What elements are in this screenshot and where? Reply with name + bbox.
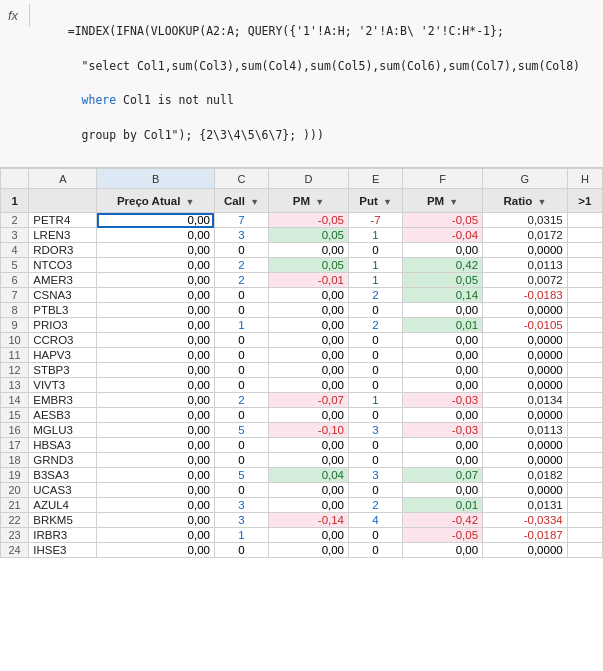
cell-put[interactable]: 2 xyxy=(349,498,403,513)
cell-put[interactable]: 0 xyxy=(349,363,403,378)
cell-pm-call[interactable]: 0,00 xyxy=(269,303,349,318)
cell-pm-put[interactable]: 0,00 xyxy=(403,408,483,423)
cell-pm-put[interactable]: -0,03 xyxy=(403,423,483,438)
cell-pm-put[interactable]: 0,14 xyxy=(403,288,483,303)
cell-pm-put[interactable]: -0,04 xyxy=(403,228,483,243)
cell-preco[interactable]: 0,00 xyxy=(97,288,215,303)
cell-call[interactable]: 2 xyxy=(214,393,268,408)
cell-preco[interactable]: 0,00 xyxy=(97,243,215,258)
cell-preco[interactable]: 0,00 xyxy=(97,453,215,468)
cell-ticker[interactable]: AZUL4 xyxy=(29,498,97,513)
cell-ratio[interactable]: 0,0000 xyxy=(483,303,568,318)
cell-pm-put[interactable]: 0,01 xyxy=(403,498,483,513)
cell-pm-put[interactable]: 0,00 xyxy=(403,378,483,393)
cell-ticker[interactable]: AMER3 xyxy=(29,273,97,288)
cell-preco[interactable]: 0,00 xyxy=(97,318,215,333)
cell-pm-put[interactable]: -0,05 xyxy=(403,213,483,228)
cell-pm-call[interactable]: -0,10 xyxy=(269,423,349,438)
cell-ratio[interactable]: 0,0113 xyxy=(483,258,568,273)
cell-ticker[interactable]: CSNA3 xyxy=(29,288,97,303)
cell-ticker[interactable]: PRIO3 xyxy=(29,318,97,333)
cell-put[interactable]: 0 xyxy=(349,333,403,348)
cell-ticker[interactable]: AESB3 xyxy=(29,408,97,423)
cell-pm-call[interactable]: 0,04 xyxy=(269,468,349,483)
cell-ratio[interactable]: 0,0000 xyxy=(483,408,568,423)
cell-ticker[interactable]: PETR4 xyxy=(29,213,97,228)
cell-pm-put[interactable]: 0,00 xyxy=(403,243,483,258)
cell-ratio[interactable]: 0,0000 xyxy=(483,333,568,348)
cell-pm-put[interactable]: 0,05 xyxy=(403,273,483,288)
cell-call[interactable]: 0 xyxy=(214,363,268,378)
cell-call[interactable]: 0 xyxy=(214,348,268,363)
cell-pm-put[interactable]: 0,00 xyxy=(403,348,483,363)
cell-gt1[interactable] xyxy=(567,303,602,318)
cell-put[interactable]: 0 xyxy=(349,543,403,558)
cell-put[interactable]: 0 xyxy=(349,303,403,318)
cell-gt1[interactable] xyxy=(567,213,602,228)
cell-gt1[interactable] xyxy=(567,483,602,498)
cell-put[interactable]: 2 xyxy=(349,288,403,303)
cell-ticker[interactable]: RDOR3 xyxy=(29,243,97,258)
cell-put[interactable]: 3 xyxy=(349,468,403,483)
cell-call[interactable]: 3 xyxy=(214,228,268,243)
cell-pm-put[interactable]: 0,00 xyxy=(403,363,483,378)
filter-f-icon[interactable]: ▼ xyxy=(449,197,458,207)
cell-gt1[interactable] xyxy=(567,318,602,333)
cell-pm-put[interactable]: 0,00 xyxy=(403,438,483,453)
cell-preco[interactable]: 0,00 xyxy=(97,393,215,408)
cell-gt1[interactable] xyxy=(567,363,602,378)
col-letter-c[interactable]: C xyxy=(214,169,268,189)
cell-gt1[interactable] xyxy=(567,453,602,468)
cell-put[interactable]: 0 xyxy=(349,378,403,393)
cell-ticker[interactable]: NTCO3 xyxy=(29,258,97,273)
cell-pm-call[interactable]: 0,00 xyxy=(269,243,349,258)
cell-call[interactable]: 0 xyxy=(214,408,268,423)
filter-b-icon[interactable]: ▼ xyxy=(186,197,195,207)
cell-pm-call[interactable]: -0,07 xyxy=(269,393,349,408)
cell-put[interactable]: 0 xyxy=(349,348,403,363)
cell-gt1[interactable] xyxy=(567,273,602,288)
cell-ticker[interactable]: PTBL3 xyxy=(29,303,97,318)
cell-ticker[interactable]: STBP3 xyxy=(29,363,97,378)
cell-ticker[interactable]: HBSA3 xyxy=(29,438,97,453)
cell-ticker[interactable]: EMBR3 xyxy=(29,393,97,408)
cell-gt1[interactable] xyxy=(567,288,602,303)
cell-pm-call[interactable]: -0,01 xyxy=(269,273,349,288)
col-letter-a[interactable]: A xyxy=(29,169,97,189)
cell-ticker[interactable]: IRBR3 xyxy=(29,528,97,543)
cell-pm-call[interactable]: 0,00 xyxy=(269,348,349,363)
cell-pm-put[interactable]: 0,00 xyxy=(403,333,483,348)
cell-gt1[interactable] xyxy=(567,468,602,483)
cell-preco[interactable]: 0,00 xyxy=(97,303,215,318)
cell-gt1[interactable] xyxy=(567,528,602,543)
cell-preco[interactable]: 0,00 xyxy=(97,348,215,363)
cell-pm-call[interactable]: 0,00 xyxy=(269,543,349,558)
cell-preco[interactable]: 0,00 xyxy=(97,513,215,528)
cell-call[interactable]: 0 xyxy=(214,378,268,393)
cell-gt1[interactable] xyxy=(567,333,602,348)
cell-preco[interactable]: 0,00 xyxy=(97,468,215,483)
col-letter-d[interactable]: D xyxy=(269,169,349,189)
cell-call[interactable]: 7 xyxy=(214,213,268,228)
cell-put[interactable]: 0 xyxy=(349,528,403,543)
cell-ticker[interactable]: BRKM5 xyxy=(29,513,97,528)
cell-ratio[interactable]: -0,0105 xyxy=(483,318,568,333)
cell-gt1[interactable] xyxy=(567,393,602,408)
cell-ticker[interactable]: UCAS3 xyxy=(29,483,97,498)
cell-ticker[interactable]: B3SA3 xyxy=(29,468,97,483)
cell-call[interactable]: 0 xyxy=(214,303,268,318)
cell-call[interactable]: 5 xyxy=(214,468,268,483)
cell-pm-call[interactable]: 0,05 xyxy=(269,258,349,273)
cell-put[interactable]: 0 xyxy=(349,453,403,468)
col-letter-b[interactable]: B xyxy=(97,169,215,189)
cell-preco[interactable]: 0,00 xyxy=(97,228,215,243)
cell-ticker[interactable]: LREN3 xyxy=(29,228,97,243)
cell-ratio[interactable]: 0,0172 xyxy=(483,228,568,243)
cell-put[interactable]: 0 xyxy=(349,243,403,258)
cell-put[interactable]: 1 xyxy=(349,273,403,288)
cell-call[interactable]: 0 xyxy=(214,543,268,558)
cell-pm-call[interactable]: 0,05 xyxy=(269,228,349,243)
cell-preco[interactable]: 0,00 xyxy=(97,543,215,558)
cell-pm-call[interactable]: 0,00 xyxy=(269,483,349,498)
cell-put[interactable]: 0 xyxy=(349,408,403,423)
